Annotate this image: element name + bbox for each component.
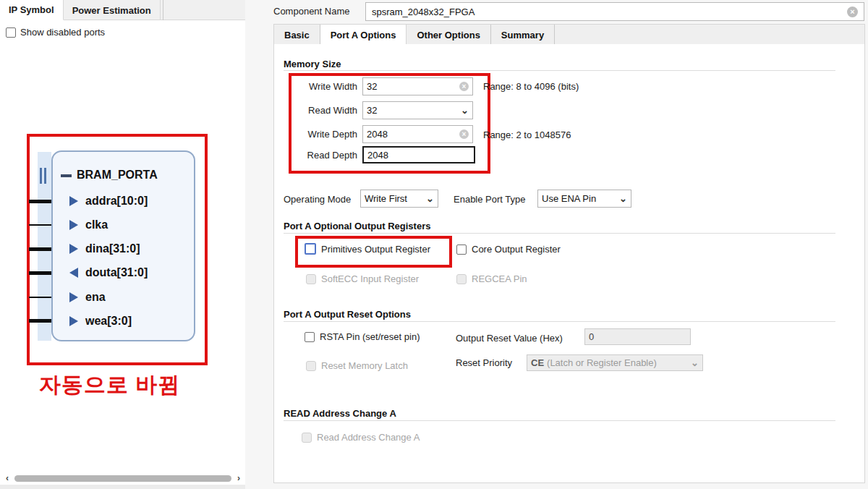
scrollbar-thumb[interactable]: [14, 475, 231, 482]
rsta-pin-checkbox[interactable]: [305, 332, 315, 342]
pin-stub-dina: [29, 247, 51, 251]
show-disabled-ports-row: Show disabled ports: [6, 27, 105, 38]
show-disabled-ports-checkbox[interactable]: [6, 27, 16, 38]
port-label: ena: [85, 291, 106, 304]
reset-priority-dropdown: CE (Latch or Register Enable) ⌄: [527, 354, 703, 371]
section-divider: [284, 420, 835, 421]
read-width-value: 32: [367, 105, 461, 116]
ip-symbol-panel: IP Symbol Power Estimation Show disabled…: [0, 0, 245, 485]
chevron-down-icon: ⌄: [691, 360, 699, 367]
reset-memory-latch-row: Reset Memory Latch: [306, 360, 408, 371]
enable-port-type-dropdown[interactable]: Use ENA Pin ⌄: [537, 190, 631, 208]
read-address-change-checkbox: [302, 433, 312, 443]
component-name-input[interactable]: spsram_2048x32_FPGA ×: [365, 2, 864, 21]
core-output-register-label: Core Output Register: [472, 244, 561, 255]
scroll-left-icon[interactable]: ‹: [3, 473, 12, 483]
port-label: wea[3:0]: [85, 315, 132, 328]
tab-basic[interactable]: Basic: [274, 25, 320, 45]
optional-registers-title: Port A Optional Output Registers: [284, 221, 430, 231]
section-divider: [284, 70, 835, 71]
regcea-pin-checkbox: [456, 274, 467, 284]
tab-summary[interactable]: Summary: [491, 25, 555, 45]
tab-ip-symbol[interactable]: IP Symbol: [0, 0, 64, 20]
enable-port-type-value: Use ENA Pin: [542, 193, 619, 204]
input-arrow-icon: [69, 292, 78, 302]
bram-port-title: BRAM_PORTA: [77, 169, 158, 182]
read-width-dropdown[interactable]: 32 ⌄: [362, 101, 473, 119]
port-label: clka: [85, 218, 108, 231]
port-row: ena: [69, 291, 106, 304]
write-width-label: Write Width: [295, 81, 357, 92]
reset-memory-latch-checkbox: [306, 361, 316, 371]
port-row: addra[10:0]: [69, 195, 148, 208]
port-row: clka: [69, 218, 108, 231]
core-output-register-checkbox[interactable]: [456, 244, 467, 255]
output-reset-value-label: Output Reset Value (Hex): [456, 333, 563, 344]
primitives-output-register-label: Primitives Output Register: [321, 244, 430, 255]
tab-port-a-options[interactable]: Port A Options: [320, 25, 407, 46]
operating-mode-value: Write First: [365, 193, 426, 204]
component-name-value: spsram_2048x32_FPGA: [372, 7, 847, 17]
chevron-down-icon: ⌄: [619, 195, 627, 203]
write-width-value: 32: [367, 81, 459, 92]
show-disabled-ports-label: Show disabled ports: [20, 27, 105, 38]
memory-size-title: Memory Size: [284, 59, 341, 69]
pin-stub-clka: [29, 224, 51, 226]
annotation-text: 자동으로 바뀜: [39, 370, 180, 400]
input-arrow-icon: [69, 244, 78, 254]
options-tab-bar: Basic Port A Options Other Options Summa…: [273, 24, 865, 45]
enable-port-type-label: Enable Port Type: [454, 194, 526, 205]
left-tab-bar: IP Symbol Power Estimation: [0, 0, 245, 20]
input-arrow-icon: [69, 220, 78, 230]
scroll-right-icon[interactable]: ›: [234, 473, 243, 483]
reset-memory-latch-label: Reset Memory Latch: [321, 360, 408, 371]
output-reset-value-input: 0: [584, 328, 691, 345]
input-arrow-icon: [69, 196, 78, 206]
clear-icon[interactable]: ×: [459, 82, 469, 91]
primitives-output-register-checkbox[interactable]: [305, 243, 316, 255]
tab-power-estimation[interactable]: Power Estimation: [64, 0, 161, 20]
softecc-row: SoftECC Input Register: [306, 273, 419, 284]
regcea-row: REGCEA Pin: [456, 273, 527, 284]
write-depth-value: 2048: [367, 129, 459, 140]
softecc-input-register-label: SoftECC Input Register: [321, 273, 419, 284]
read-depth-input[interactable]: 2048: [362, 146, 475, 163]
reset-options-title: Port A Output Reset Options: [284, 309, 411, 320]
reset-priority-value-main: CE: [531, 357, 544, 368]
reset-priority-value-rest: (Latch or Register Enable): [547, 357, 691, 368]
tab-other-options[interactable]: Other Options: [407, 25, 490, 45]
write-depth-label: Write Depth: [295, 129, 357, 140]
chevron-down-icon: ⌄: [461, 107, 469, 114]
pin-stub-douta: [29, 271, 51, 275]
port-label: douta[31:0]: [85, 266, 148, 279]
output-reset-value: 0: [589, 331, 686, 342]
bus-dash-icon: [61, 174, 72, 177]
port-label: dina[31:0]: [85, 242, 140, 255]
operating-mode-label: Operating Mode: [284, 194, 351, 205]
port-row: douta[31:0]: [69, 266, 148, 279]
softecc-input-register-checkbox: [306, 274, 316, 284]
pin-stub-addra: [29, 200, 51, 203]
reset-priority-label: Reset Priority: [456, 357, 512, 368]
output-arrow-icon: [69, 268, 78, 278]
port-label: addra[10:0]: [85, 195, 148, 208]
write-width-input[interactable]: 32 ×: [362, 77, 473, 95]
core-register-row: Core Output Register: [456, 244, 561, 255]
read-depth-value: 2048: [367, 150, 470, 161]
rsta-pin-row: RSTA Pin (set/reset pin): [305, 331, 420, 342]
section-divider: [284, 233, 835, 234]
port-row: wea[3:0]: [69, 315, 132, 328]
component-name-label: Component Name: [273, 6, 350, 17]
horizontal-scrollbar[interactable]: ‹ ›: [3, 473, 243, 483]
write-width-range: Range: 8 to 4096 (bits): [483, 81, 579, 92]
primitives-register-row: Primitives Output Register: [305, 243, 430, 255]
write-width-row: Write Width 32 ×: [295, 77, 473, 95]
pin-stub-ena: [29, 297, 51, 298]
regcea-pin-label: REGCEA Pin: [472, 273, 527, 284]
write-depth-input[interactable]: 2048 ×: [362, 125, 473, 143]
clock-mark-icon: [40, 168, 48, 184]
operating-mode-dropdown[interactable]: Write First ⌄: [360, 190, 438, 208]
clear-icon[interactable]: ×: [459, 129, 469, 139]
clear-icon[interactable]: ×: [847, 7, 858, 17]
port-row: dina[31:0]: [69, 242, 140, 255]
